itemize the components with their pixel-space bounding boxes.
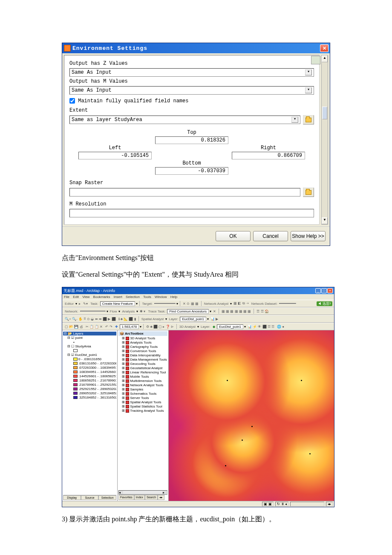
flow-label[interactable]: Flow (109, 309, 118, 313)
toc-class-item[interactable]: .216789901 - .252921552 (63, 383, 116, 387)
z-values-select[interactable]: Same As Input ▼ (69, 68, 314, 77)
3d-analyst-label[interactable]: 3D Analyst (179, 325, 196, 329)
maximize-button[interactable]: □ (321, 288, 327, 293)
toc-tab[interactable]: Selection (98, 495, 116, 500)
menubar[interactable]: File Edit View Bookmarks Insert Selectio… (62, 294, 334, 300)
toolbox-item[interactable]: ⊞ Data Interoperability (118, 353, 167, 357)
refresh-icon[interactable]: ↻ ⏸ ◂ (275, 502, 288, 506)
toc-layer[interactable]: EucDist_poin1 (75, 353, 97, 357)
menu-item[interactable]: Window (155, 295, 167, 299)
editor-label[interactable]: Editor (64, 302, 75, 306)
extent-browse-button[interactable] (303, 115, 314, 124)
network-toolbar[interactable]: Network: ▾ Flow▾ Analysis▾ ✱ ▾ Trace Tas… (62, 307, 334, 315)
vertical-scrollbar[interactable]: ▲ ▼ (321, 55, 328, 225)
toc-tabs[interactable]: Display Source Selection (63, 495, 116, 500)
snap-raster-browse-button[interactable] (303, 188, 314, 197)
map-canvas[interactable] (169, 330, 334, 501)
toolbox-item[interactable]: ⊞ Schematics Tools (118, 392, 167, 396)
snap-raster-input[interactable] (69, 188, 300, 197)
scroll-thumb[interactable] (322, 107, 327, 119)
cancel-button[interactable]: Cancel (253, 231, 288, 241)
menu-item[interactable]: View (82, 295, 89, 299)
toc-class-item[interactable]: .289053202 - .325184852 (63, 391, 116, 395)
toc-class-item[interactable]: .144526601 - .180658251 (63, 374, 116, 378)
arcmap-titlebar[interactable]: 无标题.mxd - ArcMap - ArcInfo _ □ × (62, 287, 334, 294)
network-dataset-select[interactable] (279, 303, 296, 304)
scroll-up-icon[interactable]: ▲ (322, 55, 328, 62)
toolbox-tabs[interactable]: Favorites Index Search ◂▸ (118, 494, 167, 500)
toolbox-item[interactable]: ⊞ Data Management Tools (118, 358, 167, 361)
toc-layer[interactable]: point (75, 336, 82, 340)
toolbox-item[interactable]: ⊞ Tracking Analyst Tools (118, 409, 167, 413)
maintain-names-checkbox[interactable] (69, 98, 75, 104)
close-button[interactable]: ✕ (320, 44, 329, 52)
toolbox-tab[interactable]: Search (145, 495, 158, 500)
toc-class-item[interactable]: .252921552 - .289053202 (63, 387, 116, 391)
extent-top-value[interactable]: 0.818326 (155, 136, 228, 144)
menu-item[interactable]: File (64, 295, 69, 299)
target-select[interactable] (154, 303, 176, 304)
toolbox-item[interactable]: ⊞ Server Tools (118, 396, 167, 400)
task-select[interactable]: Create New Feature (100, 301, 135, 306)
scroll-down-icon[interactable]: ▼ (322, 217, 328, 224)
menu-item[interactable]: Insert (114, 295, 122, 299)
toolbox-item[interactable]: ⊞ Geocoding Tools (118, 362, 167, 366)
toolbox-item[interactable]: ⊞ Spatial Analyst Tools (118, 400, 167, 404)
editor-toolbar[interactable]: Editor▾ ▸ ✎▾ Task: Create New Feature▾ T… (62, 300, 334, 307)
toolbox-item[interactable]: ⊞ Multidimension Tools (118, 379, 167, 383)
toolbox-item[interactable]: ⊞ Geostatistical Analyst (118, 366, 167, 370)
toc-panel[interactable]: ⊟ 📂 Layers ⊟ ☑ point • ⊟ ☐ StudyArea ⊟ ☑… (62, 330, 118, 501)
toolbox-tab-more[interactable]: ◂▸ (158, 495, 164, 500)
main-toolbar[interactable]: 🔍+ 🔍- ✋ ⠿ ⊙ ◒ ⬅ ➡ ⬛ ▶ ⬛ ℹ ♣ 📐 ⬛ ▮ Spatia… (62, 315, 334, 323)
m-values-select[interactable]: Same As Input ▼ (69, 86, 314, 95)
ok-button[interactable]: OK (216, 231, 251, 241)
toc-class-item[interactable]: .036131650 - .072263300 (63, 361, 116, 365)
chevron-down-icon[interactable]: ▼ (305, 69, 312, 75)
toolbox-item[interactable]: ⊞ Samples (118, 387, 167, 391)
titlebar[interactable]: Environment Settings ✕ (62, 43, 330, 53)
toolbox-item[interactable]: ⊞ Cartography Tools (118, 345, 167, 349)
toc-class-item[interactable]: .072263300 - .108394951 (63, 366, 116, 370)
toolbox-tab[interactable]: Index (134, 495, 145, 500)
xunlei-badge[interactable]: ◀ 迅雷7 (317, 301, 332, 306)
scale-input[interactable]: 1:583,478 (120, 324, 139, 329)
minimize-button[interactable]: _ (315, 288, 321, 293)
network-analyst-label[interactable]: Network Analyst (203, 302, 229, 306)
info-icon[interactable] (311, 56, 320, 64)
menu-item[interactable]: Selection (126, 295, 140, 299)
show-help-button[interactable]: Show Help >> (291, 231, 326, 241)
extent-bottom-value[interactable]: -0.037039 (155, 167, 228, 175)
extent-right-value[interactable]: 0.866709 (232, 152, 305, 159)
toolbox-item[interactable]: ⊞ Network Analyst Tools (118, 383, 167, 387)
view-data-icon[interactable]: ▣ ▣ (262, 502, 273, 506)
menu-item[interactable]: Help (170, 295, 177, 299)
m-resolution-input[interactable] (69, 209, 314, 217)
toc-root[interactable]: Layers (73, 332, 83, 335)
toolbox-item[interactable]: ⊞ 3D Analyst Tools (118, 336, 167, 340)
toc-tab[interactable]: Display (63, 495, 81, 500)
toolbox-item[interactable]: ⊞ Analysis Tools (118, 341, 167, 344)
toc-class-item[interactable]: .325184852 - .361316502 (63, 396, 116, 399)
network-select[interactable] (80, 311, 106, 312)
arctoolbox-panel[interactable]: 📦 ArcToolbox ⊞ 3D Analyst Tools⊞ Analysi… (118, 330, 169, 501)
trace-task-select[interactable]: Find Common Ancestors (167, 309, 209, 314)
toc-class-item[interactable]: 0 - .036131650 (63, 357, 116, 361)
toolbox-tab[interactable]: Favorites (118, 495, 134, 500)
menu-item[interactable]: Tools (143, 295, 151, 299)
toc-tab[interactable]: Source (81, 495, 99, 500)
extent-left-value[interactable]: -0.105145 (78, 152, 152, 159)
chevron-down-icon[interactable]: ▼ (305, 87, 312, 93)
menu-item[interactable]: Bookmarks (93, 295, 110, 299)
standard-toolbar[interactable]: ▢ 📂 💾 🖨 ✂ 📋 📋 ✕ ↶ ↷ ✚ 1:583,478▾ ⚙ ♣ ⬛ ▢… (62, 323, 334, 330)
close-button[interactable]: × (327, 288, 333, 293)
menu-item[interactable]: Edit (73, 295, 79, 299)
toc-layer[interactable]: StudyArea (75, 344, 91, 348)
analysis-label[interactable]: Analysis (121, 309, 135, 313)
toolbox-item[interactable]: ⊞ Mobile Tools (118, 375, 167, 379)
toolbox-item[interactable]: ⊞ Linear Referencing Tool (118, 370, 167, 374)
toolbox-item[interactable]: ⊞ Conversion Tools (118, 349, 167, 353)
chevron-down-icon[interactable]: ▼ (291, 117, 298, 123)
layer-select[interactable]: EucDist_poin1 (180, 317, 206, 321)
toc-class-item[interactable]: .180658251 - .216789901 (63, 379, 116, 382)
toolbox-item[interactable]: ⊞ Spatial Statistics Tool (118, 405, 167, 408)
